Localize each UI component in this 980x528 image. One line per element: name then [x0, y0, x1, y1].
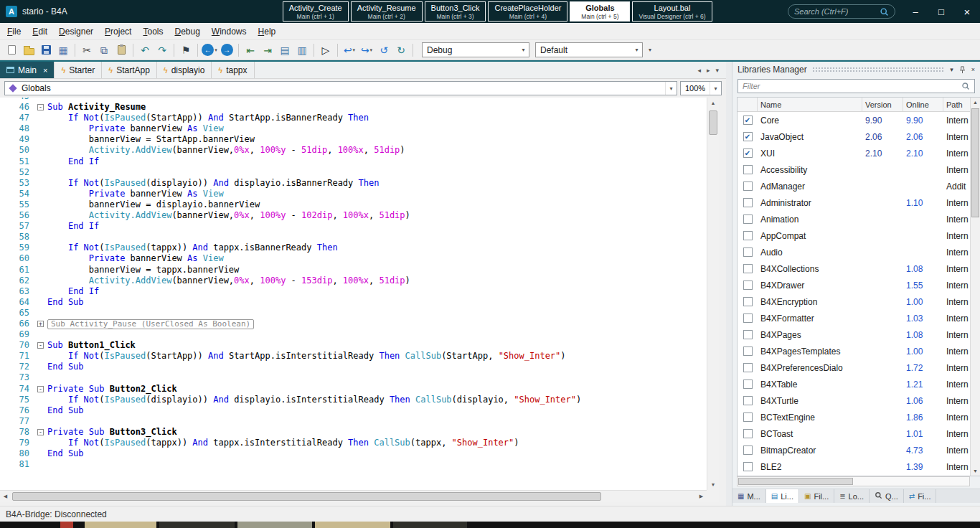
scope-combobox[interactable]: Globals ▾: [4, 81, 677, 95]
menu-file[interactable]: File: [1, 24, 27, 39]
panel-grip[interactable]: [812, 67, 945, 72]
uncomment-icon[interactable]: ▥: [294, 42, 310, 58]
collapsed-sub[interactable]: Sub Activity_Pause (UserClosed As Boolea…: [47, 319, 254, 329]
tab-starter[interactable]: ϟStarter: [55, 62, 102, 78]
fold-marker[interactable]: -: [37, 386, 44, 392]
code-text[interactable]: Private Sub Button3_Click: [47, 427, 707, 438]
tab-scroll-left-icon[interactable]: ◂: [697, 67, 701, 74]
table-row[interactable]: AccessibilityIntern: [738, 161, 980, 178]
table-row[interactable]: Administrator1.10Intern: [738, 194, 980, 211]
table-row[interactable]: AppCompatIntern: [738, 227, 980, 244]
library-checkbox[interactable]: [743, 231, 753, 240]
titlebar-shortcut[interactable]: Activity_ResumeMain (ctrl + 2): [351, 1, 423, 22]
save-icon[interactable]: [38, 42, 54, 58]
zoom-combobox[interactable]: 100% ▾: [680, 81, 722, 95]
code-text[interactable]: End If: [47, 156, 707, 167]
table-row[interactable]: ✔JavaObject2.062.06Intern: [738, 128, 980, 145]
tab-startapp[interactable]: ϟStartApp: [102, 62, 157, 78]
code-text[interactable]: End Sub: [47, 405, 707, 416]
code-text[interactable]: [47, 329, 707, 340]
library-checkbox[interactable]: [743, 297, 753, 306]
taskbar-item[interactable]: [159, 522, 235, 528]
menu-edit[interactable]: Edit: [27, 24, 53, 39]
build-config-combobox[interactable]: Default ▾: [535, 42, 643, 57]
copy-icon[interactable]: ⧉: [96, 42, 112, 58]
paste-icon[interactable]: [113, 42, 129, 58]
library-checkbox[interactable]: [743, 380, 753, 389]
scroll-up-icon[interactable]: ▲: [971, 98, 980, 107]
redo-icon[interactable]: ↷: [154, 42, 170, 58]
panel-splitter[interactable]: [726, 62, 732, 506]
code-text[interactable]: Sub Activity_Pause (UserClosed As Boolea…: [47, 319, 707, 329]
debug-mode-combobox[interactable]: Debug ▾: [422, 42, 529, 57]
run-icon[interactable]: ▷: [318, 42, 334, 58]
code-text[interactable]: If Not(IsPaused(StartApp)) And StartApp.…: [47, 113, 707, 123]
horizontal-scroll-thumb[interactable]: [12, 492, 601, 501]
comment-icon[interactable]: ▤: [277, 42, 293, 58]
library-checkbox[interactable]: [743, 330, 753, 339]
code-text[interactable]: End If: [47, 221, 707, 232]
code-editor[interactable]: 4546-Sub Activity_Resume47 If Not(IsPaus…: [0, 98, 719, 502]
code-text[interactable]: End Sub: [47, 362, 707, 372]
table-row[interactable]: BLE21.39Intern: [738, 458, 980, 475]
header-online[interactable]: Online: [903, 98, 943, 111]
library-checkbox[interactable]: [743, 446, 753, 455]
table-row[interactable]: BitmapCreator4.73Intern: [738, 442, 980, 458]
code-text[interactable]: Activity.AddView(bannerView,0%x, 100%y -…: [47, 145, 707, 156]
table-row[interactable]: B4XPagesTemplates1.00Intern: [738, 343, 980, 359]
table-row[interactable]: BCToast1.01Intern: [738, 425, 980, 442]
undo-icon[interactable]: ↶: [137, 42, 153, 58]
library-checkbox[interactable]: [743, 462, 753, 471]
library-checkbox[interactable]: [743, 165, 753, 174]
table-row[interactable]: ✔Core9.909.90Intern: [738, 112, 980, 128]
code-text[interactable]: End Sub: [47, 297, 707, 308]
taskbar-item[interactable]: [237, 522, 312, 528]
library-checkbox[interactable]: ✔: [743, 148, 753, 158]
scroll-down-icon[interactable]: ▼: [971, 466, 980, 476]
table-row[interactable]: AnimationIntern: [738, 211, 980, 227]
code-text[interactable]: End If: [47, 286, 707, 297]
table-row[interactable]: BCTextEngine1.86Intern: [738, 409, 980, 425]
code-text[interactable]: bannerView = StartApp.bannerView: [47, 134, 707, 145]
fold-marker[interactable]: +: [37, 321, 44, 327]
library-checkbox[interactable]: [743, 314, 753, 323]
panel-tab-fi[interactable]: ⇄Fi...: [904, 489, 937, 503]
header-name[interactable]: Name: [758, 98, 862, 111]
code-text[interactable]: Activity.AddView(bannerView,0%x, 100%y -…: [47, 210, 707, 221]
navigate-forward-icon[interactable]: →: [219, 42, 235, 58]
code-text[interactable]: bannerView = tappx.bannerView: [47, 265, 707, 275]
table-row[interactable]: B4XTable1.21Intern: [738, 376, 980, 392]
vertical-scroll-thumb[interactable]: [971, 108, 979, 217]
code-text[interactable]: Activity.AddView(bannerView,0%x, 100%y -…: [47, 275, 707, 286]
close-panel-icon[interactable]: ×: [971, 66, 975, 73]
library-checkbox[interactable]: [743, 396, 753, 405]
panel-tab-lo[interactable]: ≣Lo...: [834, 489, 870, 503]
table-row[interactable]: B4XFormatter1.03Intern: [738, 310, 980, 326]
library-checkbox[interactable]: [743, 363, 753, 372]
menu-debug[interactable]: Debug: [169, 24, 205, 39]
taskbar-item[interactable]: [85, 522, 156, 528]
code-text[interactable]: Private bannerView As View: [47, 189, 707, 199]
code-text[interactable]: Private bannerView As View: [47, 123, 707, 134]
table-row[interactable]: B4XPages1.08Intern: [738, 326, 980, 343]
library-checkbox[interactable]: [743, 412, 753, 422]
navigate-back-icon[interactable]: ←▾: [202, 42, 217, 58]
pin-icon[interactable]: [958, 66, 966, 74]
tab-displayio[interactable]: ϟdisplayio: [157, 62, 212, 78]
titlebar-shortcut[interactable]: Button3_ClickMain (ctrl + 3): [425, 1, 486, 22]
scroll-left-icon[interactable]: ◀: [0, 491, 11, 503]
table-row[interactable]: AudioIntern: [738, 244, 980, 260]
maximize-button[interactable]: □: [928, 0, 954, 23]
titlebar-shortcut[interactable]: GlobalsMain (ctrl + 5): [570, 1, 630, 22]
menu-project[interactable]: Project: [99, 24, 137, 39]
fold-marker[interactable]: -: [37, 342, 44, 349]
code-text[interactable]: Private Sub Button2_Click: [47, 384, 707, 395]
library-checkbox[interactable]: ✔: [743, 132, 753, 141]
library-checkbox[interactable]: [743, 264, 753, 273]
code-text[interactable]: [47, 308, 707, 319]
scroll-right-icon[interactable]: ▶: [696, 491, 707, 503]
code-text[interactable]: If Not(IsPaused(displayio)) And displayi…: [47, 178, 707, 189]
library-checkbox[interactable]: [743, 248, 753, 257]
panel-horizontal-scrollbar[interactable]: [737, 476, 970, 486]
vertical-scroll-thumb[interactable]: [709, 110, 717, 135]
